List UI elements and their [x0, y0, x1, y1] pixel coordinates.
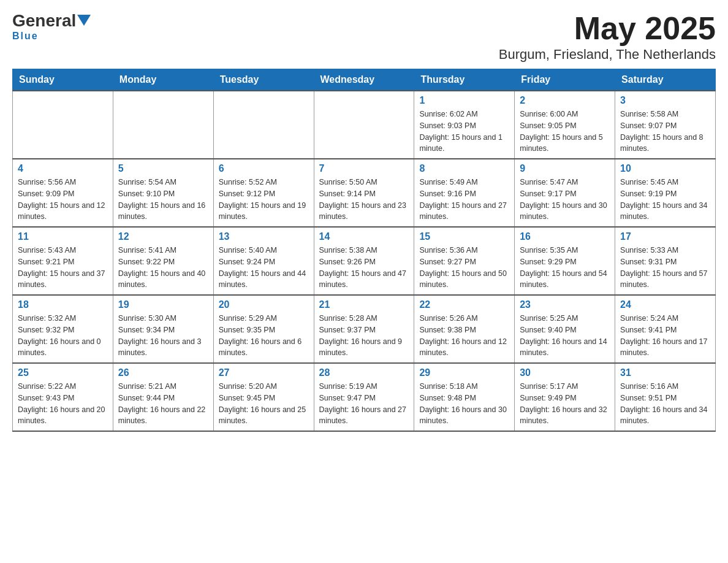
day-info: Sunrise: 5:21 AMSunset: 9:44 PMDaylight:…: [118, 381, 208, 427]
calendar-cell-0-2: [213, 91, 314, 159]
calendar-cell-2-6: 17Sunrise: 5:33 AMSunset: 9:31 PMDayligh…: [615, 227, 716, 295]
calendar-cell-3-2: 20Sunrise: 5:29 AMSunset: 9:35 PMDayligh…: [213, 295, 314, 363]
day-info: Sunrise: 5:26 AMSunset: 9:38 PMDaylight:…: [419, 313, 509, 359]
day-number: 21: [319, 299, 409, 310]
day-number: 25: [18, 367, 108, 378]
calendar-cell-1-6: 10Sunrise: 5:45 AMSunset: 9:19 PMDayligh…: [615, 159, 716, 227]
logo: General Blue: [12, 12, 91, 42]
col-wednesday: Wednesday: [314, 69, 414, 91]
calendar-cell-4-0: 25Sunrise: 5:22 AMSunset: 9:43 PMDayligh…: [13, 363, 113, 431]
calendar-cell-4-5: 30Sunrise: 5:17 AMSunset: 9:49 PMDayligh…: [515, 363, 615, 431]
col-thursday: Thursday: [414, 69, 515, 91]
day-number: 22: [419, 299, 509, 310]
day-info: Sunrise: 5:25 AMSunset: 9:40 PMDaylight:…: [520, 313, 610, 359]
calendar-week-5: 25Sunrise: 5:22 AMSunset: 9:43 PMDayligh…: [13, 363, 716, 431]
day-info: Sunrise: 5:54 AMSunset: 9:10 PMDaylight:…: [118, 177, 208, 223]
calendar-cell-0-6: 3Sunrise: 5:58 AMSunset: 9:07 PMDaylight…: [615, 91, 716, 159]
calendar-cell-4-1: 26Sunrise: 5:21 AMSunset: 9:44 PMDayligh…: [113, 363, 213, 431]
day-info: Sunrise: 5:52 AMSunset: 9:12 PMDaylight:…: [219, 177, 309, 223]
day-number: 10: [620, 163, 710, 174]
calendar-cell-0-5: 2Sunrise: 6:00 AMSunset: 9:05 PMDaylight…: [515, 91, 615, 159]
calendar-cell-2-3: 14Sunrise: 5:38 AMSunset: 9:26 PMDayligh…: [314, 227, 414, 295]
day-info: Sunrise: 5:58 AMSunset: 9:07 PMDaylight:…: [620, 109, 710, 155]
day-number: 7: [319, 163, 409, 174]
calendar-cell-1-1: 5Sunrise: 5:54 AMSunset: 9:10 PMDaylight…: [113, 159, 213, 227]
calendar-week-3: 11Sunrise: 5:43 AMSunset: 9:21 PMDayligh…: [13, 227, 716, 295]
day-number: 1: [419, 95, 509, 106]
col-sunday: Sunday: [13, 69, 113, 91]
calendar-cell-3-6: 24Sunrise: 5:24 AMSunset: 9:41 PMDayligh…: [615, 295, 716, 363]
col-saturday: Saturday: [615, 69, 716, 91]
day-info: Sunrise: 5:56 AMSunset: 9:09 PMDaylight:…: [18, 177, 108, 223]
day-number: 30: [520, 367, 610, 378]
calendar-cell-4-2: 27Sunrise: 5:20 AMSunset: 9:45 PMDayligh…: [213, 363, 314, 431]
day-number: 24: [620, 299, 710, 310]
calendar-cell-3-3: 21Sunrise: 5:28 AMSunset: 9:37 PMDayligh…: [314, 295, 414, 363]
day-info: Sunrise: 6:00 AMSunset: 9:05 PMDaylight:…: [520, 109, 610, 155]
day-number: 18: [18, 299, 108, 310]
day-info: Sunrise: 5:30 AMSunset: 9:34 PMDaylight:…: [118, 313, 208, 359]
title-section: May 2025 Burgum, Friesland, The Netherla…: [499, 12, 716, 63]
calendar-cell-0-1: [113, 91, 213, 159]
calendar-table: Sunday Monday Tuesday Wednesday Thursday…: [12, 69, 716, 432]
day-info: Sunrise: 5:28 AMSunset: 9:37 PMDaylight:…: [319, 313, 409, 359]
day-number: 9: [520, 163, 610, 174]
calendar-cell-0-3: [314, 91, 414, 159]
day-info: Sunrise: 5:36 AMSunset: 9:27 PMDaylight:…: [419, 245, 509, 291]
calendar-cell-2-2: 13Sunrise: 5:40 AMSunset: 9:24 PMDayligh…: [213, 227, 314, 295]
day-info: Sunrise: 5:47 AMSunset: 9:17 PMDaylight:…: [520, 177, 610, 223]
day-info: Sunrise: 5:16 AMSunset: 9:51 PMDaylight:…: [620, 381, 710, 427]
day-info: Sunrise: 5:35 AMSunset: 9:29 PMDaylight:…: [520, 245, 610, 291]
col-monday: Monday: [113, 69, 213, 91]
col-tuesday: Tuesday: [213, 69, 314, 91]
day-number: 29: [419, 367, 509, 378]
logo-triangle-icon: [77, 15, 91, 26]
day-number: 26: [118, 367, 208, 378]
day-number: 14: [319, 231, 409, 242]
calendar-week-1: 1Sunrise: 6:02 AMSunset: 9:03 PMDaylight…: [13, 91, 716, 159]
calendar-cell-1-0: 4Sunrise: 5:56 AMSunset: 9:09 PMDaylight…: [13, 159, 113, 227]
calendar-cell-4-3: 28Sunrise: 5:19 AMSunset: 9:47 PMDayligh…: [314, 363, 414, 431]
day-number: 8: [419, 163, 509, 174]
logo-general: General: [12, 12, 76, 29]
calendar-cell-1-3: 7Sunrise: 5:50 AMSunset: 9:14 PMDaylight…: [314, 159, 414, 227]
calendar-cell-3-0: 18Sunrise: 5:32 AMSunset: 9:32 PMDayligh…: [13, 295, 113, 363]
day-info: Sunrise: 5:20 AMSunset: 9:45 PMDaylight:…: [219, 381, 309, 427]
calendar-cell-0-0: [13, 91, 113, 159]
day-info: Sunrise: 5:18 AMSunset: 9:48 PMDaylight:…: [419, 381, 509, 427]
day-number: 3: [620, 95, 710, 106]
calendar-cell-1-5: 9Sunrise: 5:47 AMSunset: 9:17 PMDaylight…: [515, 159, 615, 227]
svg-marker-0: [77, 15, 91, 26]
day-info: Sunrise: 5:19 AMSunset: 9:47 PMDaylight:…: [319, 381, 409, 427]
calendar-cell-3-5: 23Sunrise: 5:25 AMSunset: 9:40 PMDayligh…: [515, 295, 615, 363]
day-number: 15: [419, 231, 509, 242]
day-info: Sunrise: 5:45 AMSunset: 9:19 PMDaylight:…: [620, 177, 710, 223]
day-number: 23: [520, 299, 610, 310]
day-info: Sunrise: 5:29 AMSunset: 9:35 PMDaylight:…: [219, 313, 309, 359]
page-header: General Blue May 2025 Burgum, Friesland,…: [12, 12, 716, 63]
day-info: Sunrise: 5:24 AMSunset: 9:41 PMDaylight:…: [620, 313, 710, 359]
day-number: 12: [118, 231, 208, 242]
calendar-cell-3-1: 19Sunrise: 5:30 AMSunset: 9:34 PMDayligh…: [113, 295, 213, 363]
calendar-cell-1-4: 8Sunrise: 5:49 AMSunset: 9:16 PMDaylight…: [414, 159, 515, 227]
day-number: 6: [219, 163, 309, 174]
day-info: Sunrise: 5:43 AMSunset: 9:21 PMDaylight:…: [18, 245, 108, 291]
day-info: Sunrise: 6:02 AMSunset: 9:03 PMDaylight:…: [419, 109, 509, 155]
calendar-cell-2-4: 15Sunrise: 5:36 AMSunset: 9:27 PMDayligh…: [414, 227, 515, 295]
day-number: 11: [18, 231, 108, 242]
month-year-title: May 2025: [499, 12, 716, 44]
day-number: 19: [118, 299, 208, 310]
logo-blue: Blue: [12, 31, 39, 42]
day-number: 27: [219, 367, 309, 378]
calendar-cell-0-4: 1Sunrise: 6:02 AMSunset: 9:03 PMDaylight…: [414, 91, 515, 159]
calendar-cell-2-1: 12Sunrise: 5:41 AMSunset: 9:22 PMDayligh…: [113, 227, 213, 295]
calendar-week-2: 4Sunrise: 5:56 AMSunset: 9:09 PMDaylight…: [13, 159, 716, 227]
day-info: Sunrise: 5:38 AMSunset: 9:26 PMDaylight:…: [319, 245, 409, 291]
calendar-cell-3-4: 22Sunrise: 5:26 AMSunset: 9:38 PMDayligh…: [414, 295, 515, 363]
day-info: Sunrise: 5:17 AMSunset: 9:49 PMDaylight:…: [520, 381, 610, 427]
day-info: Sunrise: 5:40 AMSunset: 9:24 PMDaylight:…: [219, 245, 309, 291]
day-number: 28: [319, 367, 409, 378]
day-info: Sunrise: 5:49 AMSunset: 9:16 PMDaylight:…: [419, 177, 509, 223]
day-info: Sunrise: 5:41 AMSunset: 9:22 PMDaylight:…: [118, 245, 208, 291]
day-number: 31: [620, 367, 710, 378]
